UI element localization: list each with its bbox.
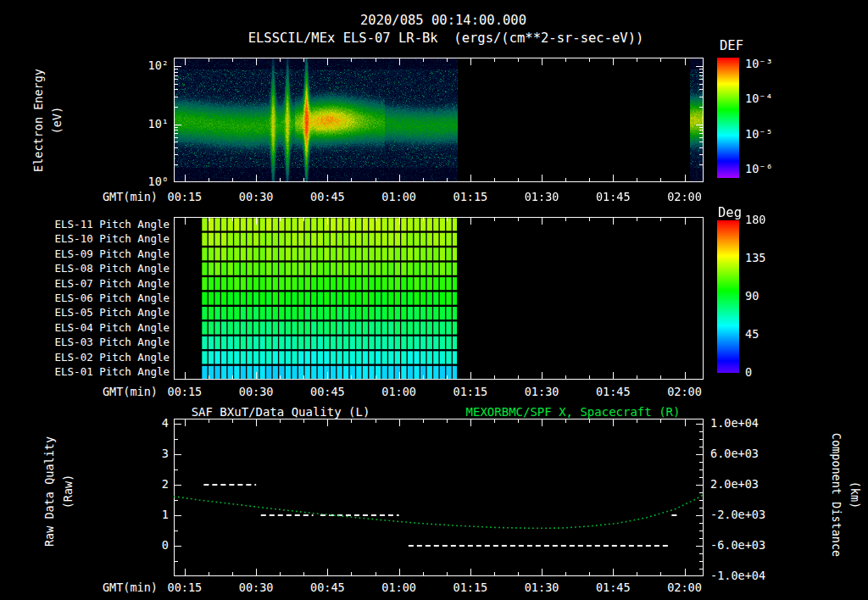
- line-right-y-axis-label: Component Distance: [830, 433, 842, 557]
- x-tick-label: 01:15: [453, 386, 488, 398]
- x-tick-label: 01:45: [596, 192, 631, 203]
- pitch-row-label: ELS-11 Pitch Angle: [55, 219, 170, 230]
- line-left-y-axis-label: Raw Data Quality: [44, 436, 56, 547]
- energy-axis-tick-label: 10⁰: [148, 176, 169, 188]
- x-tick-label: 01:45: [596, 582, 631, 594]
- pitch-row-label: ELS-04 Pitch Angle: [55, 323, 170, 334]
- x-tick-label: 00:30: [239, 582, 274, 594]
- quality-axis-tick-label: 1: [162, 509, 169, 521]
- def-colorbar-title: DEF: [720, 40, 743, 53]
- line-right-y-axis-units: (km): [849, 481, 860, 509]
- x-tick-label: 01:00: [381, 386, 416, 398]
- quality-axis-tick-label: 0: [162, 540, 169, 552]
- x-tick-label: 02:00: [667, 192, 702, 203]
- pitch-row-label: ELS-10 Pitch Angle: [55, 234, 170, 245]
- x-tick-label: 01:45: [596, 386, 631, 398]
- distance-axis-tick-label: -2.0e+03: [710, 509, 765, 521]
- x-tick-label: 00:15: [168, 386, 203, 398]
- pitch-row-label: ELS-09 Pitch Angle: [55, 248, 170, 259]
- distance-axis-tick-label: -6.0e+03: [710, 540, 765, 552]
- x-tick-label: 02:00: [667, 582, 702, 594]
- def-colorbar-tick-label: 10⁻⁶: [745, 164, 773, 175]
- x-tick-label: 00:45: [310, 192, 345, 203]
- pitch-row-label: ELS-07 Pitch Angle: [55, 278, 170, 289]
- x-tick-label: 01:30: [525, 386, 559, 398]
- distance-axis-tick-label: -1.0e+04: [710, 570, 765, 582]
- pitch-angle-canvas: [174, 217, 704, 380]
- x-tick-label: 00:15: [168, 582, 203, 594]
- pitch-row-label: ELS-05 Pitch Angle: [55, 308, 170, 319]
- energy-axis-tick-label: 10¹: [148, 119, 169, 131]
- pitch-row-label: ELS-03 Pitch Angle: [55, 337, 170, 348]
- x-tick-label: 00:45: [310, 582, 345, 594]
- quality-distance-canvas: [174, 419, 704, 576]
- deg-colorbar-tick-label: 0: [745, 367, 752, 379]
- x-tick-label: 00:30: [239, 386, 274, 398]
- x-tick-label: 01:00: [381, 192, 416, 203]
- distance-axis-tick-label: 6.0e+03: [710, 448, 759, 460]
- deg-colorbar-tick-label: 45: [745, 329, 759, 341]
- gmt-axis-label: GMT(min): [103, 192, 158, 203]
- x-tick-label: 01:00: [381, 582, 416, 594]
- x-tick-label: 00:45: [310, 386, 345, 398]
- distance-axis-tick-label: 2.0e+03: [710, 479, 759, 491]
- x-tick-label: 01:30: [525, 192, 559, 203]
- x-tick-label: 00:30: [239, 192, 274, 203]
- deg-colorbar-tick-label: 90: [745, 291, 759, 303]
- pitch-row-label: ELS-02 Pitch Angle: [55, 353, 170, 364]
- quality-axis-tick-label: 3: [162, 448, 169, 460]
- deg-colorbar-tick-label: 135: [745, 253, 765, 264]
- distance-axis-tick-label: 1.0e+04: [710, 418, 759, 430]
- def-colorbar-tick-label: 10⁻³: [745, 58, 773, 70]
- deg-colorbar-tick-label: 180: [745, 214, 765, 226]
- spectrogram-y-axis-label: Electron Energy: [33, 69, 45, 172]
- line-title-left: SAF_BXuT/Data Quality (L): [192, 406, 370, 418]
- x-tick-label: 02:00: [667, 386, 702, 398]
- def-colorbar: [717, 58, 739, 178]
- gmt-axis-label: GMT(min): [103, 582, 158, 594]
- timestamp: 2020/085 00:14:00.000: [360, 14, 526, 28]
- def-colorbar-tick-label: 10⁻⁵: [745, 129, 773, 141]
- spectrogram-canvas: [174, 58, 704, 182]
- deg-colorbar: [717, 220, 739, 373]
- pitch-row-label: ELS-08 Pitch Angle: [55, 264, 170, 275]
- line-title-right: MEXORBMC/SPF X, Spacecraft (R): [466, 406, 681, 418]
- x-tick-label: 01:15: [453, 582, 488, 594]
- plot-title: ELSSCIL/MEx ELS-07 LR-Bk (ergs/(cm**2-sr…: [248, 32, 644, 46]
- x-tick-label: 00:15: [168, 192, 203, 203]
- x-tick-label: 01:30: [525, 582, 559, 594]
- line-left-y-axis-units: (Raw): [63, 475, 75, 509]
- pitch-row-label: ELS-01 Pitch Angle: [55, 367, 170, 378]
- els-summary-plot: 2020/085 00:14:00.000 ELSSCIL/MEx ELS-07…: [0, 0, 868, 600]
- pitch-row-label: ELS-06 Pitch Angle: [55, 293, 170, 304]
- deg-colorbar-title: Deg: [718, 207, 742, 220]
- x-tick-label: 01:15: [453, 192, 488, 203]
- quality-axis-tick-label: 4: [162, 418, 169, 430]
- def-colorbar-tick-label: 10⁻⁴: [745, 94, 773, 106]
- quality-axis-tick-label: 2: [162, 479, 169, 491]
- energy-axis-tick-label: 10²: [148, 61, 169, 73]
- gmt-axis-label: GMT(min): [103, 386, 158, 398]
- spectrogram-y-axis-units: (eV): [52, 107, 64, 135]
